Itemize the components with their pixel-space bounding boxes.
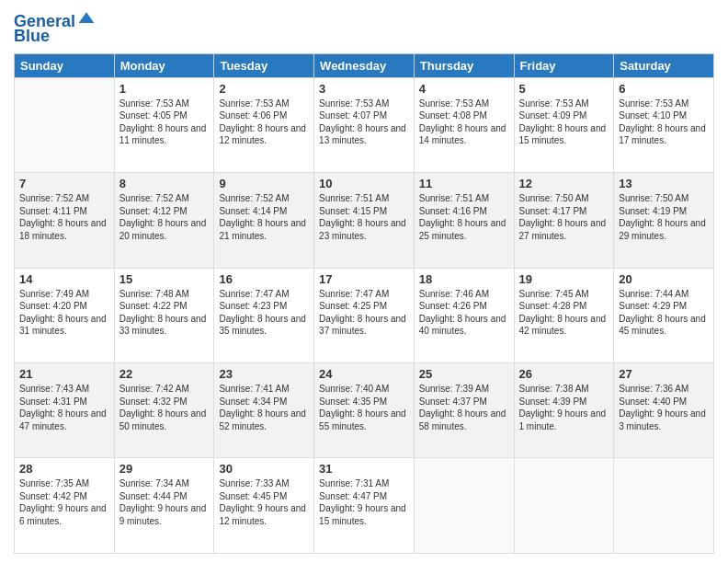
- calendar-week-row: 28Sunrise: 7:35 AMSunset: 4:42 PMDayligh…: [15, 458, 714, 554]
- calendar-cell: 2Sunrise: 7:53 AMSunset: 4:06 PMDaylight…: [214, 77, 314, 172]
- day-info: Sunrise: 7:49 AMSunset: 4:20 PMDaylight:…: [19, 288, 109, 338]
- day-number: 15: [119, 272, 210, 286]
- day-number: 19: [519, 272, 609, 286]
- calendar-cell: 16Sunrise: 7:47 AMSunset: 4:23 PMDayligh…: [214, 268, 314, 362]
- weekday-header-thursday: Thursday: [414, 53, 514, 77]
- day-number: 22: [119, 367, 210, 381]
- day-number: 5: [519, 82, 609, 96]
- day-info: Sunrise: 7:51 AMSunset: 4:16 PMDaylight:…: [419, 192, 509, 242]
- day-number: 9: [219, 177, 309, 190]
- logo: General Blue: [14, 13, 96, 46]
- calendar-week-row: 1Sunrise: 7:53 AMSunset: 4:05 PMDaylight…: [15, 77, 714, 172]
- calendar-cell: 27Sunrise: 7:36 AMSunset: 4:40 PMDayligh…: [614, 363, 714, 458]
- day-info: Sunrise: 7:44 AMSunset: 4:29 PMDaylight:…: [619, 288, 709, 338]
- calendar-cell: 23Sunrise: 7:41 AMSunset: 4:34 PMDayligh…: [214, 363, 314, 458]
- calendar-cell: 21Sunrise: 7:43 AMSunset: 4:31 PMDayligh…: [15, 363, 115, 458]
- calendar-cell: 26Sunrise: 7:38 AMSunset: 4:39 PMDayligh…: [514, 363, 614, 458]
- calendar-cell: 3Sunrise: 7:53 AMSunset: 4:07 PMDaylight…: [314, 77, 415, 172]
- day-info: Sunrise: 7:43 AMSunset: 4:31 PMDaylight:…: [19, 383, 109, 432]
- day-info: Sunrise: 7:47 AMSunset: 4:23 PMDaylight:…: [219, 288, 309, 338]
- weekday-header-friday: Friday: [514, 53, 614, 77]
- day-info: Sunrise: 7:48 AMSunset: 4:22 PMDaylight:…: [119, 288, 210, 338]
- day-info: Sunrise: 7:53 AMSunset: 4:10 PMDaylight:…: [619, 98, 709, 147]
- calendar-cell: 13Sunrise: 7:50 AMSunset: 4:19 PMDayligh…: [614, 173, 714, 268]
- day-number: 2: [219, 82, 309, 96]
- weekday-header-row: SundayMondayTuesdayWednesdayThursdayFrid…: [15, 53, 714, 77]
- calendar-cell: [514, 458, 614, 554]
- day-number: 25: [419, 367, 509, 381]
- day-info: Sunrise: 7:45 AMSunset: 4:28 PMDaylight:…: [519, 288, 609, 338]
- calendar-cell: 4Sunrise: 7:53 AMSunset: 4:08 PMDaylight…: [414, 77, 514, 172]
- day-info: Sunrise: 7:42 AMSunset: 4:32 PMDaylight:…: [119, 383, 210, 432]
- day-info: Sunrise: 7:50 AMSunset: 4:19 PMDaylight:…: [619, 192, 709, 242]
- day-info: Sunrise: 7:34 AMSunset: 4:44 PMDaylight:…: [119, 477, 210, 527]
- calendar-cell: 5Sunrise: 7:53 AMSunset: 4:09 PMDaylight…: [514, 77, 614, 172]
- weekday-header-saturday: Saturday: [614, 53, 714, 77]
- day-info: Sunrise: 7:35 AMSunset: 4:42 PMDaylight:…: [19, 477, 109, 527]
- calendar-cell: 18Sunrise: 7:46 AMSunset: 4:26 PMDayligh…: [414, 268, 514, 362]
- calendar-cell: 22Sunrise: 7:42 AMSunset: 4:32 PMDayligh…: [114, 363, 214, 458]
- day-number: 17: [319, 272, 409, 286]
- logo-icon: [77, 9, 96, 28]
- day-number: 6: [619, 82, 709, 96]
- calendar-cell: 8Sunrise: 7:52 AMSunset: 4:12 PMDaylight…: [114, 173, 214, 268]
- day-info: Sunrise: 7:40 AMSunset: 4:35 PMDaylight:…: [319, 383, 409, 432]
- day-number: 30: [219, 462, 309, 476]
- calendar-week-row: 7Sunrise: 7:52 AMSunset: 4:11 PMDaylight…: [15, 173, 714, 268]
- calendar-cell: 6Sunrise: 7:53 AMSunset: 4:10 PMDaylight…: [614, 77, 714, 172]
- day-number: 10: [319, 177, 409, 190]
- calendar-week-row: 21Sunrise: 7:43 AMSunset: 4:31 PMDayligh…: [15, 363, 714, 458]
- calendar-cell: 12Sunrise: 7:50 AMSunset: 4:17 PMDayligh…: [514, 173, 614, 268]
- weekday-header-sunday: Sunday: [15, 53, 115, 77]
- day-number: 23: [219, 367, 309, 381]
- day-info: Sunrise: 7:47 AMSunset: 4:25 PMDaylight:…: [319, 288, 409, 338]
- calendar-cell: 20Sunrise: 7:44 AMSunset: 4:29 PMDayligh…: [614, 268, 714, 362]
- calendar-table: SundayMondayTuesdayWednesdayThursdayFrid…: [14, 53, 714, 554]
- header: General Blue: [14, 9, 714, 46]
- day-number: 20: [619, 272, 709, 286]
- weekday-header-tuesday: Tuesday: [214, 53, 314, 77]
- day-info: Sunrise: 7:46 AMSunset: 4:26 PMDaylight:…: [419, 288, 509, 338]
- calendar-cell: 30Sunrise: 7:33 AMSunset: 4:45 PMDayligh…: [214, 458, 314, 554]
- day-info: Sunrise: 7:33 AMSunset: 4:45 PMDaylight:…: [219, 477, 309, 527]
- day-number: 4: [419, 82, 509, 96]
- calendar-cell: [15, 77, 115, 172]
- day-number: 24: [319, 367, 409, 381]
- calendar-cell: 24Sunrise: 7:40 AMSunset: 4:35 PMDayligh…: [314, 363, 415, 458]
- day-info: Sunrise: 7:53 AMSunset: 4:09 PMDaylight:…: [519, 98, 609, 147]
- day-number: 12: [519, 177, 609, 190]
- calendar-cell: 17Sunrise: 7:47 AMSunset: 4:25 PMDayligh…: [314, 268, 415, 362]
- day-info: Sunrise: 7:41 AMSunset: 4:34 PMDaylight:…: [219, 383, 309, 432]
- day-number: 7: [19, 177, 109, 190]
- day-number: 26: [519, 367, 609, 381]
- day-info: Sunrise: 7:39 AMSunset: 4:37 PMDaylight:…: [419, 383, 509, 432]
- day-info: Sunrise: 7:52 AMSunset: 4:12 PMDaylight:…: [119, 192, 210, 242]
- day-info: Sunrise: 7:50 AMSunset: 4:17 PMDaylight:…: [519, 192, 609, 242]
- day-info: Sunrise: 7:36 AMSunset: 4:40 PMDaylight:…: [619, 383, 709, 432]
- day-info: Sunrise: 7:53 AMSunset: 4:05 PMDaylight:…: [119, 98, 210, 147]
- calendar-cell: 7Sunrise: 7:52 AMSunset: 4:11 PMDaylight…: [15, 173, 115, 268]
- day-number: 27: [619, 367, 709, 381]
- day-number: 31: [319, 462, 409, 476]
- calendar-cell: 15Sunrise: 7:48 AMSunset: 4:22 PMDayligh…: [114, 268, 214, 362]
- calendar-cell: [614, 458, 714, 554]
- day-info: Sunrise: 7:52 AMSunset: 4:11 PMDaylight:…: [19, 192, 109, 242]
- calendar-cell: 19Sunrise: 7:45 AMSunset: 4:28 PMDayligh…: [514, 268, 614, 362]
- calendar-cell: 14Sunrise: 7:49 AMSunset: 4:20 PMDayligh…: [15, 268, 115, 362]
- day-number: 8: [119, 177, 210, 190]
- calendar-cell: 9Sunrise: 7:52 AMSunset: 4:14 PMDaylight…: [214, 173, 314, 268]
- day-info: Sunrise: 7:53 AMSunset: 4:07 PMDaylight:…: [319, 98, 409, 147]
- day-info: Sunrise: 7:53 AMSunset: 4:08 PMDaylight:…: [419, 98, 509, 147]
- day-number: 29: [119, 462, 210, 476]
- day-number: 21: [19, 367, 109, 381]
- day-number: 11: [419, 177, 509, 190]
- day-number: 28: [19, 462, 109, 476]
- day-number: 18: [419, 272, 509, 286]
- calendar-cell: 25Sunrise: 7:39 AMSunset: 4:37 PMDayligh…: [414, 363, 514, 458]
- svg-marker-0: [79, 12, 95, 23]
- day-number: 13: [619, 177, 709, 190]
- day-info: Sunrise: 7:51 AMSunset: 4:15 PMDaylight:…: [319, 192, 409, 242]
- page: General Blue SundayMondayTuesdayWednesda…: [0, 0, 728, 563]
- calendar-cell: 11Sunrise: 7:51 AMSunset: 4:16 PMDayligh…: [414, 173, 514, 268]
- day-number: 14: [19, 272, 109, 286]
